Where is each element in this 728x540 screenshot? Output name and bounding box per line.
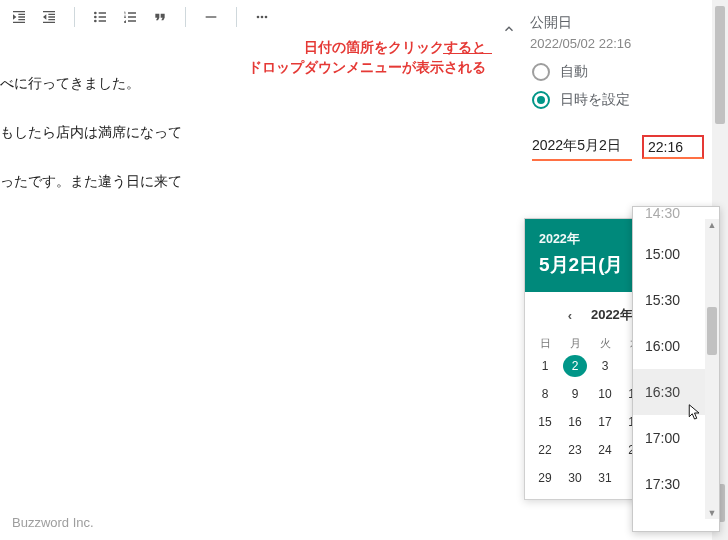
chevron-left-icon[interactable]: ‹ (563, 308, 577, 323)
footer-credit: Buzzword Inc. (12, 515, 94, 530)
app: べに行ってきました。 もしたら店内は満席になって ったです。また違う日に来て 日… (0, 0, 728, 540)
toolbar-separator (185, 7, 186, 27)
scroll-up-icon[interactable]: ▲ (705, 219, 719, 231)
editor-toolbar (0, 0, 480, 34)
toolbar-separator (236, 7, 237, 27)
indent-increase-icon[interactable] (6, 4, 32, 30)
indent-decrease-icon[interactable] (36, 4, 62, 30)
svg-point-0 (94, 12, 97, 15)
time-option[interactable]: 15:00 (633, 231, 705, 277)
scrollbar-thumb[interactable] (715, 6, 725, 124)
time-option[interactable]: 16:30 (633, 369, 705, 415)
bullet-list-icon[interactable] (87, 4, 113, 30)
radio-schedule[interactable]: 日時を設定 (532, 91, 706, 109)
scroll-down-icon[interactable]: ▼ (705, 507, 719, 519)
numbered-list-icon[interactable] (117, 4, 143, 30)
doc-line: べに行ってきました。 (0, 68, 260, 99)
svg-point-1 (94, 16, 97, 19)
time-option[interactable]: 15:30 (633, 277, 705, 323)
radio-icon (532, 63, 550, 81)
chevron-up-icon[interactable] (498, 18, 520, 40)
blockquote-icon[interactable] (147, 4, 173, 30)
datetime-row: 2022年5月2日 22:16 (492, 129, 712, 167)
publish-mode-group: 自動 日時を設定 (492, 61, 712, 129)
section-label: 公開日 (530, 14, 631, 32)
toolbar-separator (74, 7, 75, 27)
time-option[interactable]: 16:00 (633, 323, 705, 369)
time-option[interactable]: 14:30 (633, 207, 705, 231)
doc-line: ったです。また違う日に来て (0, 166, 260, 197)
scrollbar-thumb[interactable] (707, 307, 717, 355)
radio-auto[interactable]: 自動 (532, 63, 706, 81)
svg-point-4 (261, 16, 264, 19)
editor-content[interactable]: べに行ってきました。 もしたら店内は満席になって ったです。また違う日に来て (0, 68, 260, 214)
radio-label: 自動 (560, 63, 588, 81)
more-icon[interactable] (249, 4, 275, 30)
section-value: 2022/05/02 22:16 (530, 36, 631, 51)
svg-point-2 (94, 20, 97, 23)
radio-label: 日時を設定 (560, 91, 630, 109)
time-option-list: 14:30 15:00 15:30 16:00 16:30 17:00 17:3… (633, 207, 705, 531)
time-dropdown[interactable]: 14:30 15:00 15:30 16:00 16:30 17:00 17:3… (632, 206, 720, 532)
radio-icon (532, 91, 550, 109)
annotation-text: 日付の箇所をクリックすると ドロップダウンメニューが表示される (248, 38, 486, 79)
horizontal-rule-icon[interactable] (198, 4, 224, 30)
time-option[interactable]: 17:30 (633, 461, 705, 507)
time-option[interactable]: 17:00 (633, 415, 705, 461)
svg-point-3 (257, 16, 260, 19)
publish-date-header[interactable]: 公開日 2022/05/02 22:16 (492, 0, 712, 61)
doc-line: もしたら店内は満席になって (0, 117, 260, 148)
publish-panel: 公開日 2022/05/02 22:16 自動 日時を設定 2022年5月2日 … (492, 0, 712, 540)
svg-point-5 (265, 16, 268, 19)
time-input[interactable]: 22:16 (642, 135, 704, 159)
date-input[interactable]: 2022年5月2日 (532, 133, 632, 161)
dropdown-scrollbar[interactable]: ▲ ▼ (705, 219, 719, 519)
